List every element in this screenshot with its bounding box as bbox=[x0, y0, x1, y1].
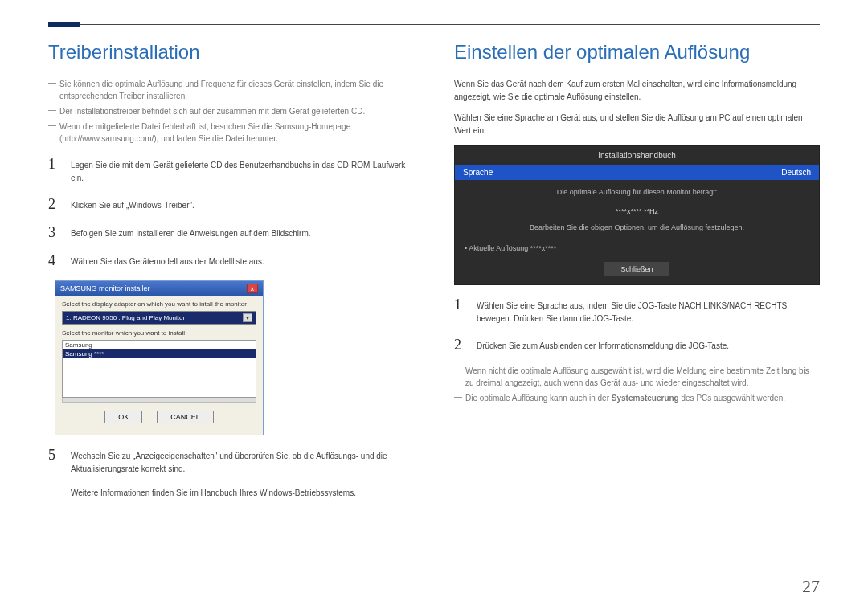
step-number: 2 bbox=[454, 337, 477, 353]
step-item: 2 Klicken Sie auf „Windows-Treiber". bbox=[48, 196, 414, 213]
installer-title: SAMSUNG monitor installer bbox=[60, 284, 150, 292]
osd-text: Bearbeiten Sie die obigen Optionen, um d… bbox=[455, 223, 819, 239]
osd-resolution: ****x**** **Hz bbox=[455, 204, 819, 223]
left-steps-cont: 5 Wechseln Sie zu „Anzeigeeigenschaften"… bbox=[48, 447, 414, 476]
note-item: Der Installationstreiber befindet sich a… bbox=[48, 105, 414, 117]
osd-title: Installationshandbuch bbox=[455, 146, 819, 165]
list-item-selected[interactable]: Samsung **** bbox=[63, 349, 256, 358]
right-notes: Wenn nicht die optimale Auflösung ausgew… bbox=[454, 365, 820, 404]
osd-lang-value: Deutsch bbox=[781, 168, 811, 177]
step-item: 3 Befolgen Sie zum Installieren die Anwe… bbox=[48, 224, 414, 241]
step-number: 1 bbox=[454, 296, 477, 313]
header-rule bbox=[48, 24, 820, 25]
list-item[interactable]: Samsung bbox=[63, 341, 256, 349]
right-intro: Wenn Sie das Gerät nach dem Kauf zum ers… bbox=[454, 78, 820, 104]
left-steps: 1 Legen Sie die mit dem Gerät gelieferte… bbox=[48, 156, 414, 269]
osd-text: Die optimale Auflösung für diesen Monito… bbox=[455, 180, 819, 204]
installer-titlebar: SAMSUNG monitor installer × bbox=[55, 281, 263, 296]
step-text: Drücken Sie zum Ausblenden der Informati… bbox=[477, 337, 729, 353]
osd-lang-label: Sprache bbox=[463, 168, 493, 177]
step-item: 2 Drücken Sie zum Ausblenden der Informa… bbox=[454, 337, 820, 353]
note-item: Wenn die mitgelieferte Datei fehlerhaft … bbox=[48, 121, 414, 145]
installer-label: Select the display adapter on which you … bbox=[62, 300, 256, 308]
step-text: Wechseln Sie zu „Anzeigeeigenschaften" u… bbox=[71, 447, 414, 476]
left-notes: Sie können die optimale Auflösung und Fr… bbox=[48, 78, 414, 145]
step-item: 1 Wählen Sie eine Sprache aus, indem Sie… bbox=[454, 296, 820, 325]
page-number: 27 bbox=[802, 576, 820, 597]
step-item: 1 Legen Sie die mit dem Gerät gelieferte… bbox=[48, 156, 414, 185]
step-number: 5 bbox=[48, 447, 71, 464]
step-number: 3 bbox=[48, 224, 71, 241]
dropdown-value: 1. RADEON 9550 : Plug and Play Monitor bbox=[66, 314, 185, 321]
right-heading: Einstellen der optimalen Auflösung bbox=[454, 41, 820, 63]
osd-current-res: • Aktuelle Auflösung ****x**** bbox=[455, 239, 819, 257]
step-text: Klicken Sie auf „Windows-Treiber". bbox=[71, 196, 194, 212]
right-column: Einstellen der optimalen Auflösung Wenn … bbox=[454, 41, 820, 500]
note-item: Sie können die optimale Auflösung und Fr… bbox=[48, 78, 414, 102]
adapter-dropdown[interactable]: 1. RADEON 9550 : Plug and Play Monitor ▾ bbox=[62, 311, 256, 325]
monitor-listbox[interactable]: Samsung Samsung **** bbox=[62, 340, 256, 398]
cancel-button[interactable]: CANCEL bbox=[157, 411, 214, 423]
osd-panel: Installationshandbuch Sprache Deutsch Di… bbox=[454, 145, 820, 285]
step-number: 1 bbox=[48, 156, 71, 173]
step-text: Befolgen Sie zum Installieren die Anweis… bbox=[71, 224, 311, 240]
step-number: 4 bbox=[48, 252, 71, 269]
right-steps: 1 Wählen Sie eine Sprache aus, indem Sie… bbox=[454, 296, 820, 353]
close-icon[interactable]: × bbox=[247, 284, 258, 293]
left-footer: Weitere Informationen finden Sie im Hand… bbox=[71, 487, 414, 500]
note-item: Wenn nicht die optimale Auflösung ausgew… bbox=[454, 365, 820, 389]
osd-close-button[interactable]: Schließen bbox=[604, 262, 669, 276]
step-text: Legen Sie die mit dem Gerät gelieferte C… bbox=[71, 156, 414, 185]
chevron-down-icon: ▾ bbox=[243, 313, 252, 322]
step-text: Wählen Sie das Gerätemodell aus der Mode… bbox=[71, 252, 264, 268]
installer-label: Select the monitor which you want to ins… bbox=[62, 329, 256, 337]
osd-language-row[interactable]: Sprache Deutsch bbox=[455, 165, 819, 180]
step-item: 5 Wechseln Sie zu „Anzeigeeigenschaften"… bbox=[48, 447, 414, 476]
ok-button[interactable]: OK bbox=[104, 411, 142, 423]
left-heading: Treiberinstallation bbox=[48, 41, 414, 63]
note-item: Die optimale Auflösung kann auch in der … bbox=[454, 392, 820, 404]
right-intro: Wählen Sie eine Sprache am Gerät aus, un… bbox=[454, 112, 820, 137]
left-column: Treiberinstallation Sie können die optim… bbox=[48, 41, 414, 500]
step-text: Wählen Sie eine Sprache aus, indem Sie d… bbox=[477, 296, 820, 325]
installer-window: SAMSUNG monitor installer × Select the d… bbox=[55, 280, 264, 435]
step-item: 4 Wählen Sie das Gerätemodell aus der Mo… bbox=[48, 252, 414, 269]
step-number: 2 bbox=[48, 196, 71, 213]
